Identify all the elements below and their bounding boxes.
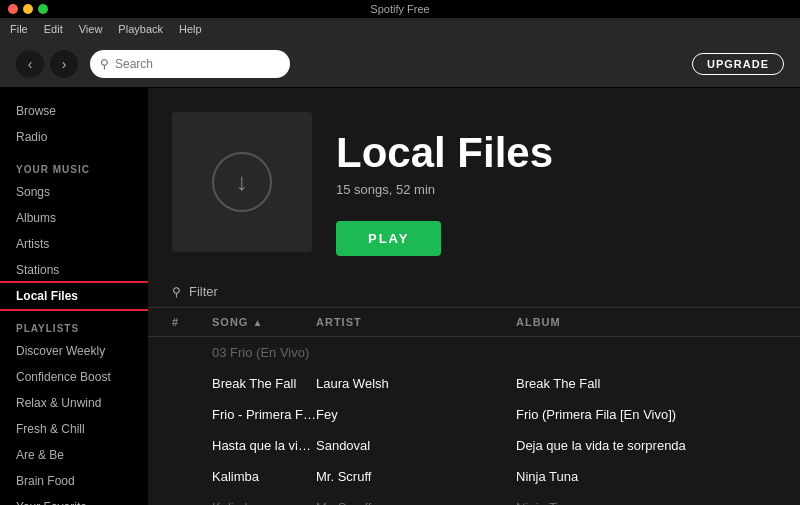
menu-playback[interactable]: Playback: [118, 23, 163, 35]
row-album: Break The Fall: [516, 376, 776, 391]
row-song: Break The Fall: [212, 376, 316, 391]
table-row[interactable]: Hasta que la vida me alcance Sandoval De…: [148, 430, 800, 461]
sidebar-item-relax-unwind[interactable]: Relax & Unwind: [0, 390, 148, 416]
table-row[interactable]: 03 Frio (En Vivo): [148, 337, 800, 368]
sidebar-item-discover-weekly[interactable]: Discover Weekly: [0, 338, 148, 364]
row-artist: Mr. Scruff: [316, 469, 516, 484]
row-num: [172, 500, 212, 505]
play-button[interactable]: PLAY: [336, 221, 441, 256]
menu-file[interactable]: File: [10, 23, 28, 35]
content-area: ↓ Local Files 15 songs, 52 min PLAY ⚲ # …: [148, 88, 800, 505]
main-layout: Browse Radio YOUR MUSIC Songs Albums Art…: [0, 88, 800, 505]
menu-help[interactable]: Help: [179, 23, 202, 35]
col-header-num: #: [172, 316, 212, 328]
row-album: Ninja Tuna: [516, 500, 776, 505]
menu-edit[interactable]: Edit: [44, 23, 63, 35]
album-art-icon: ↓: [212, 152, 272, 212]
playlists-label: PLAYLISTS: [0, 309, 148, 338]
sidebar-item-brain-food[interactable]: Brain Food: [0, 468, 148, 494]
sidebar-item-browse[interactable]: Browse: [0, 98, 148, 124]
row-album: Deja que la vida te sorprenda: [516, 438, 776, 453]
sidebar-item-local-files[interactable]: Local Files: [0, 283, 148, 309]
row-artist: Laura Welsh: [316, 376, 516, 391]
upgrade-button[interactable]: UPGRADE: [692, 53, 784, 75]
your-music-label: YOUR MUSIC: [0, 150, 148, 179]
sidebar: Browse Radio YOUR MUSIC Songs Albums Art…: [0, 88, 148, 505]
header-info: Local Files 15 songs, 52 min PLAY: [336, 112, 553, 256]
app-title: Spotify Free: [370, 3, 429, 15]
back-button[interactable]: ‹: [16, 50, 44, 78]
content-header: ↓ Local Files 15 songs, 52 min PLAY: [148, 88, 800, 276]
title-bar: Spotify Free: [0, 0, 800, 18]
row-artist: Sandoval: [316, 438, 516, 453]
filter-icon: ⚲: [172, 285, 181, 299]
table-header: # SONG ▲ ARTIST ALBUM: [148, 308, 800, 337]
row-song: 03 Frio (En Vivo): [212, 345, 316, 360]
sidebar-item-confidence-boost[interactable]: Confidence Boost: [0, 364, 148, 390]
search-icon: ⚲: [100, 57, 109, 71]
filter-row: ⚲: [148, 276, 800, 308]
minimize-button[interactable]: [23, 4, 33, 14]
row-song: Frio - Primera Fila [En Vivo]: [212, 407, 316, 422]
row-album: [516, 345, 776, 360]
col-header-artist: ARTIST: [316, 316, 516, 328]
sidebar-item-albums[interactable]: Albums: [0, 205, 148, 231]
filter-input[interactable]: [189, 284, 389, 299]
menu-bar: File Edit View Playback Help: [0, 18, 800, 40]
maximize-button[interactable]: [38, 4, 48, 14]
table-row[interactable]: Frio - Primera Fila [En Vivo] Fey Frio (…: [148, 399, 800, 430]
row-num: [172, 469, 212, 484]
row-song: Kalimba: [212, 469, 316, 484]
row-song: Hasta que la vida me alcance: [212, 438, 316, 453]
row-num: [172, 438, 212, 453]
search-box[interactable]: ⚲: [90, 50, 290, 78]
table-row[interactable]: Break The Fall Laura Welsh Break The Fal…: [148, 368, 800, 399]
row-song: Kalimba: [212, 500, 316, 505]
col-header-song[interactable]: SONG ▲: [212, 316, 316, 328]
sidebar-item-stations[interactable]: Stations: [0, 257, 148, 283]
sidebar-item-songs[interactable]: Songs: [0, 179, 148, 205]
table-row[interactable]: Kalimba Mr. Scruff Ninja Tuna: [148, 461, 800, 492]
window-controls[interactable]: [8, 4, 48, 14]
sort-icon: ▲: [252, 317, 263, 328]
row-album: Frio (Primera Fila [En Vivo]): [516, 407, 776, 422]
sidebar-item-radio[interactable]: Radio: [0, 124, 148, 150]
track-count: 15 songs, 52 min: [336, 182, 553, 197]
sidebar-item-fresh-chill[interactable]: Fresh & Chill: [0, 416, 148, 442]
forward-button[interactable]: ›: [50, 50, 78, 78]
row-artist: [316, 345, 516, 360]
top-bar: ‹ › ⚲ UPGRADE: [0, 40, 800, 88]
sidebar-item-are-be[interactable]: Are & Be: [0, 442, 148, 468]
sidebar-item-your-favorite-coffee[interactable]: Your Favorite Coffeeh...: [0, 494, 148, 505]
search-input[interactable]: [115, 57, 275, 71]
sidebar-item-artists[interactable]: Artists: [0, 231, 148, 257]
row-album: Ninja Tuna: [516, 469, 776, 484]
menu-view[interactable]: View: [79, 23, 103, 35]
col-header-album: ALBUM: [516, 316, 776, 328]
table-row[interactable]: Kalimba Mr. Scruff Ninja Tuna: [148, 492, 800, 505]
album-art: ↓: [172, 112, 312, 252]
row-num: [172, 407, 212, 422]
row-num: [172, 345, 212, 360]
row-num: [172, 376, 212, 391]
nav-arrows: ‹ ›: [16, 50, 78, 78]
row-artist: Fey: [316, 407, 516, 422]
close-button[interactable]: [8, 4, 18, 14]
row-artist: Mr. Scruff: [316, 500, 516, 505]
page-title: Local Files: [336, 132, 553, 174]
